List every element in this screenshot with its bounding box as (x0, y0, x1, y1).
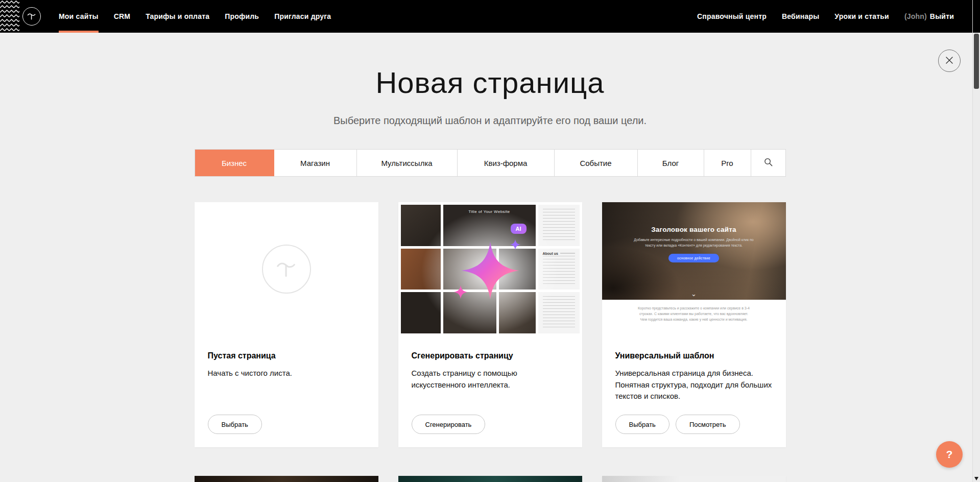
tab-search[interactable] (751, 150, 785, 176)
nav-webinars[interactable]: Вебинары (774, 0, 827, 33)
blank-page-preview (195, 202, 378, 336)
template-cta-button: основное действие (668, 254, 719, 262)
card-footer: Выбрать (195, 415, 378, 447)
category-tabs: Бизнес Магазин Мультиссылка Квиз-форма С… (195, 149, 786, 177)
ai-generate-preview: Title of Your Website About us (398, 202, 582, 336)
card-description: Начать с чистого листа. (208, 368, 365, 379)
close-icon (945, 56, 953, 66)
template-body-strip: Коротко представьтесь и расскажите о ком… (602, 300, 786, 336)
template-card-blank-page[interactable]: Пустая страница Начать с чистого листа. … (195, 202, 378, 447)
collage-about-label: About us (543, 252, 560, 255)
main-nav: Мои сайты CRM Тарифы и оплата Профиль Пр… (51, 0, 339, 33)
card-body: Сгенерировать страницу Создать страницу … (398, 336, 582, 391)
card-title: Сгенерировать страницу (412, 351, 569, 360)
nav-crm[interactable]: CRM (106, 0, 138, 33)
top-navbar: Мои сайты CRM Тарифы и оплата Профиль Пр… (0, 0, 980, 33)
select-blank-button[interactable]: Выбрать (208, 415, 262, 434)
close-button[interactable] (938, 50, 961, 72)
select-universal-button[interactable]: Выбрать (615, 415, 670, 434)
generate-button[interactable]: Сгенерировать (412, 415, 486, 434)
template-card-universal[interactable]: Заголовок вашего сайта Добавьте интересн… (602, 202, 786, 447)
ai-small-star-icon (510, 239, 521, 250)
template-preview (398, 476, 582, 482)
template-grid: Пустая страница Начать с чистого листа. … (195, 202, 786, 482)
tab-quiz-form[interactable]: Квиз-форма (458, 150, 555, 176)
template-body-text: Коротко представьтесь и расскажите о ком… (636, 306, 752, 323)
search-icon (763, 157, 773, 168)
nav-my-sites[interactable]: Мои сайты (51, 0, 106, 33)
card-title: Пустая страница (208, 351, 365, 360)
template-hero-subtext: Добавьте интересные подробности о вашей … (630, 237, 758, 248)
scrollbar-thumb[interactable] (974, 34, 979, 89)
tab-blog[interactable]: Блог (638, 150, 704, 176)
template-preview (602, 476, 786, 482)
view-universal-button[interactable]: Посмотреть (676, 415, 740, 434)
tilda-app: Мои сайты CRM Тарифы и оплата Профиль Пр… (0, 0, 980, 482)
card-body: Пустая страница Начать с чистого листа. (195, 336, 378, 379)
tab-multilink[interactable]: Мультиссылка (357, 150, 458, 176)
page-title: Новая страница (195, 65, 786, 100)
template-card-partial[interactable] (398, 476, 582, 482)
card-footer: Выбрать Посмотреть (602, 415, 786, 447)
template-card-partial[interactable] (195, 476, 378, 482)
tab-shop[interactable]: Магазин (274, 150, 357, 176)
nav-invite-friend[interactable]: Пригласи друга (267, 0, 339, 33)
chevron-down-icon: ⌄ (691, 290, 697, 298)
user-name: (John) (904, 12, 927, 20)
tab-pro[interactable]: Pro (704, 150, 751, 176)
card-description: Создать страницу с помощью искусственног… (412, 368, 569, 391)
new-page-dialog: Новая страница Выберите подходящий шабло… (195, 0, 786, 482)
card-body: Универсальный шаблон Универсальная стран… (602, 336, 786, 402)
secondary-nav: Справочный центр Вебинары Уроки и статьи… (689, 0, 980, 33)
nav-help-center[interactable]: Справочный центр (689, 0, 774, 33)
tab-event[interactable]: Событие (555, 150, 638, 176)
template-preview (195, 476, 378, 482)
card-footer: Сгенерировать (398, 415, 582, 447)
scrollbar[interactable] (972, 0, 980, 482)
nav-tariffs-payment[interactable]: Тарифы и оплата (138, 0, 217, 33)
tilda-logo[interactable] (22, 0, 41, 33)
tab-business[interactable]: Бизнес (195, 150, 274, 176)
tilda-watermark-icon (262, 245, 311, 294)
help-button[interactable]: ? (936, 441, 963, 468)
template-card-ai-generate[interactable]: Title of Your Website About us (398, 202, 582, 447)
scrollbar-down-arrow-icon[interactable] (974, 477, 978, 480)
nav-profile[interactable]: Профиль (217, 0, 267, 33)
page-subtitle: Выберите подходящий шаблон и адаптируйте… (195, 115, 786, 127)
template-hero-title: Заголовок вашего сайта (602, 226, 786, 233)
logout-label: Выйти (930, 12, 954, 20)
nav-lessons-articles[interactable]: Уроки и статьи (827, 0, 897, 33)
ai-badge: AI (511, 224, 527, 234)
scrollbar-top-segment (973, 0, 980, 33)
zigzag-decoration-icon (0, 0, 19, 33)
nav-logout[interactable]: (John) Выйти (897, 0, 962, 33)
template-card-partial[interactable] (602, 476, 786, 482)
card-description: Универсальная страница для бизнеса. Поня… (615, 368, 773, 402)
ai-small-star-icon (453, 285, 468, 299)
card-title: Универсальный шаблон (615, 351, 773, 360)
tilda-logo-icon (22, 7, 41, 26)
universal-template-preview: Заголовок вашего сайта Добавьте интересн… (602, 202, 786, 336)
template-hero: Заголовок вашего сайта Добавьте интересн… (602, 202, 786, 300)
